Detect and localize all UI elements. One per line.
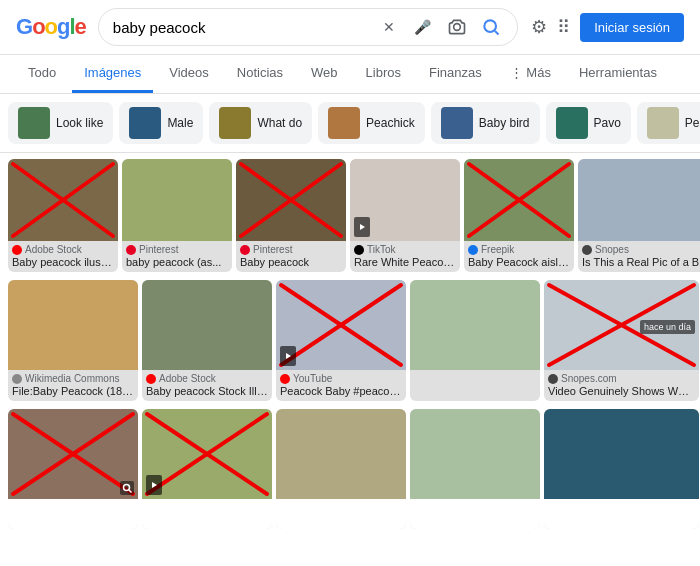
- svg-point-0: [454, 24, 461, 31]
- svg-point-1: [484, 20, 496, 32]
- chip-pavo[interactable]: Pavo: [546, 102, 631, 144]
- image-card-r2-1[interactable]: Wikimedia Commons File:Baby Peacock (181…: [8, 280, 138, 401]
- tab-noticias[interactable]: Noticias: [225, 55, 295, 93]
- tab-finanzas[interactable]: Finanzas: [417, 55, 494, 93]
- svg-point-17: [124, 485, 130, 491]
- svg-line-3: [13, 164, 113, 236]
- svg-marker-21: [152, 482, 157, 488]
- chip-look-like[interactable]: Look like: [8, 102, 113, 144]
- image-card-r3-4[interactable]: [410, 409, 540, 529]
- svg-line-2: [495, 31, 499, 35]
- search-bar: ✕ 🎤: [98, 8, 518, 46]
- header: Google ✕ 🎤 ⚙ ⠿ Iniciar sesión: [0, 0, 700, 55]
- chip-baby-bird[interactable]: Baby bird: [431, 102, 540, 144]
- hace-un-dia-badge: hace un día: [640, 320, 695, 334]
- svg-marker-12: [286, 353, 291, 359]
- image-row-2: Wikimedia Commons File:Baby Peacock (181…: [0, 278, 700, 403]
- image-card-r2-3[interactable]: YouTube Peacock Baby #peacock #cute #bab…: [276, 280, 406, 401]
- search-icons: ✕ 🎤: [377, 15, 503, 39]
- image-card-4[interactable]: TikTok Rare White Peacock...: [350, 159, 460, 272]
- camera-icon[interactable]: [445, 15, 469, 39]
- chip-peachick[interactable]: Peachick: [318, 102, 425, 144]
- image-card-r3-5[interactable]: [544, 409, 699, 529]
- magnify-icon-overlay: [120, 481, 134, 495]
- video-badge: [146, 475, 162, 495]
- image-row-3: [0, 407, 700, 531]
- tab-herramientas[interactable]: Herramientas: [567, 55, 669, 93]
- image-row-1: Adobe Stock Baby peacock ilustra... Pint…: [0, 153, 700, 274]
- tab-videos[interactable]: Videos: [157, 55, 221, 93]
- image-card-r2-2[interactable]: Adobe Stock Baby peacock Stock Illust...: [142, 280, 272, 401]
- image-card-r3-2[interactable]: [142, 409, 272, 529]
- image-card-r2-4[interactable]: [410, 280, 540, 401]
- tab-libros[interactable]: Libros: [354, 55, 413, 93]
- image-card-6[interactable]: Snopes Is This a Real Pic of a Baby P...: [578, 159, 700, 272]
- svg-marker-7: [360, 224, 365, 230]
- tab-mas[interactable]: ⋮ Más: [498, 55, 563, 93]
- chip-what-do[interactable]: What do: [209, 102, 312, 144]
- tabs-bar: Todo Imágenes Videos Noticias Web Libros…: [0, 55, 700, 94]
- chip-male[interactable]: Male: [119, 102, 203, 144]
- image-card-3[interactable]: Pinterest Baby peacock: [236, 159, 346, 272]
- google-logo: Google: [16, 14, 86, 40]
- svg-line-18: [129, 490, 132, 493]
- image-card-1[interactable]: Adobe Stock Baby peacock ilustra...: [8, 159, 118, 272]
- search-input[interactable]: [113, 19, 369, 36]
- image-card-2[interactable]: Pinterest baby peacock (as...: [122, 159, 232, 272]
- chip-peafowl[interactable]: Peafowl: [637, 102, 700, 144]
- signin-button[interactable]: Iniciar sesión: [580, 13, 684, 42]
- image-card-r2-5[interactable]: hace un día Snopes.com Video Genuinely S…: [544, 280, 699, 401]
- apps-icon[interactable]: ⠿: [557, 16, 570, 38]
- svg-line-4: [13, 164, 113, 236]
- tab-web[interactable]: Web: [299, 55, 350, 93]
- settings-icon[interactable]: ⚙: [531, 16, 547, 38]
- clear-icon[interactable]: ✕: [377, 15, 401, 39]
- tab-imagenes[interactable]: Imágenes: [72, 55, 153, 93]
- image-card-r3-1[interactable]: [8, 409, 138, 529]
- image-card-5[interactable]: Freepik Baby Peacock aisla...: [464, 159, 574, 272]
- header-right: ⚙ ⠿ Iniciar sesión: [531, 13, 684, 42]
- image-card-r3-3[interactable]: [276, 409, 406, 529]
- search-icon[interactable]: [479, 15, 503, 39]
- tab-todo[interactable]: Todo: [16, 55, 68, 93]
- mic-icon[interactable]: 🎤: [411, 15, 435, 39]
- chips-container: Look like Male What do Peachick Baby bir…: [0, 94, 700, 153]
